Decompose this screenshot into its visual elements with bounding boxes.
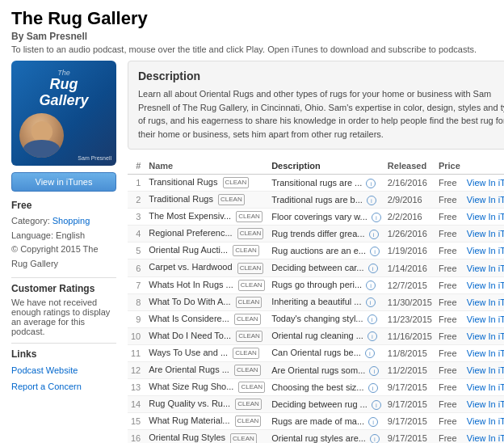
info-icon[interactable]: i: [366, 297, 376, 307]
col-header-released: Released: [384, 158, 435, 175]
info-icon[interactable]: i: [368, 383, 378, 393]
row-action[interactable]: View In iTunes: [464, 413, 504, 430]
row-num: 6: [128, 259, 145, 276]
row-action[interactable]: View In iTunes: [464, 226, 504, 243]
view-itunes-link[interactable]: View In iTunes: [467, 246, 504, 255]
row-released: 9/17/2015: [384, 430, 435, 443]
info-icon[interactable]: i: [367, 196, 376, 205]
category-label: Category:: [11, 216, 50, 226]
view-itunes-link[interactable]: View In iTunes: [467, 178, 504, 188]
view-itunes-link[interactable]: View In iTunes: [467, 195, 504, 205]
row-price: Free: [435, 175, 464, 192]
view-itunes-link[interactable]: View In iTunes: [467, 297, 504, 307]
row-desc: Choosing the best siz... i: [268, 379, 384, 396]
row-action[interactable]: View In iTunes: [464, 344, 504, 361]
sidebar: The Rug Gallery Sam Presnell View in iTu…: [11, 61, 116, 443]
row-action[interactable]: View In iTunes: [464, 175, 504, 192]
clean-badge: CLEAN: [234, 314, 261, 325]
info-icon[interactable]: i: [365, 348, 375, 358]
links-title: Links: [11, 348, 116, 360]
table-row: 9 What Is Considere... CLEAN Today's cha…: [128, 310, 504, 327]
report-concern-link[interactable]: Report a Concern: [11, 379, 116, 395]
info-icon[interactable]: i: [369, 230, 379, 239]
view-itunes-link[interactable]: View In iTunes: [467, 382, 504, 392]
row-action[interactable]: View In iTunes: [464, 243, 504, 259]
row-num: 15: [128, 413, 145, 430]
divider-2: [11, 343, 116, 344]
view-itunes-link[interactable]: View In iTunes: [467, 229, 504, 238]
clean-badge: CLEAN: [218, 194, 245, 205]
table-row: 10 What Do I Need To... CLEAN Oriental r…: [128, 327, 504, 344]
row-num: 16: [128, 430, 145, 443]
info-icon[interactable]: i: [372, 400, 381, 410]
row-price: Free: [435, 276, 464, 293]
row-action[interactable]: View In iTunes: [464, 192, 504, 209]
table-row: 16 Oriental Rug Styles CLEAN Oriental ru…: [128, 430, 504, 443]
table-row: 14 Rug Quality vs. Ru... CLEAN Deciding …: [128, 396, 504, 413]
info-icon[interactable]: i: [366, 179, 376, 188]
row-action[interactable]: View In iTunes: [464, 293, 504, 310]
row-name: What Do I Need To... CLEAN: [145, 327, 268, 344]
row-num: 2: [128, 192, 145, 209]
row-num: 9: [128, 310, 145, 327]
view-itunes-link[interactable]: View In iTunes: [467, 399, 504, 409]
col-header-num: #: [128, 158, 145, 175]
language-label: Language:: [11, 230, 53, 240]
info-icon[interactable]: i: [368, 331, 377, 341]
row-action[interactable]: View In iTunes: [464, 362, 504, 379]
podcast-website-link[interactable]: Podcast Website: [11, 363, 116, 379]
col-header-action: [464, 158, 504, 175]
by-author: By Sam Presnell: [0, 31, 504, 42]
row-action[interactable]: View In iTunes: [464, 209, 504, 226]
row-action[interactable]: View In iTunes: [464, 430, 504, 443]
view-itunes-link[interactable]: View In iTunes: [467, 433, 504, 443]
info-icon[interactable]: i: [368, 314, 377, 324]
view-itunes-link[interactable]: View In iTunes: [467, 314, 504, 324]
row-released: 11/8/2015: [384, 344, 435, 361]
view-itunes-link[interactable]: View In iTunes: [467, 212, 504, 222]
row-num: 4: [128, 226, 145, 243]
copyright-text: © Copyright 2015 The Rug Gallery: [11, 244, 99, 268]
info-icon[interactable]: i: [369, 366, 379, 376]
row-price: Free: [435, 396, 464, 413]
view-itunes-link[interactable]: View In iTunes: [467, 264, 504, 273]
view-itunes-link[interactable]: View In iTunes: [467, 416, 504, 426]
row-action[interactable]: View In iTunes: [464, 327, 504, 344]
row-desc: Deciding between rug ... i: [268, 396, 384, 413]
row-action[interactable]: View In iTunes: [464, 259, 504, 276]
view-in-itunes-button[interactable]: View in iTunes: [11, 172, 116, 192]
row-action[interactable]: View In iTunes: [464, 396, 504, 413]
row-name: Are Oriental Rugs ... CLEAN: [145, 362, 268, 379]
row-name: What To Do With A... CLEAN: [145, 293, 268, 310]
row-desc: Can Oriental rugs be... i: [268, 344, 384, 361]
row-num: 14: [128, 396, 145, 413]
row-price: Free: [435, 327, 464, 344]
info-icon[interactable]: i: [370, 434, 380, 443]
info-icon[interactable]: i: [372, 213, 381, 222]
category-link[interactable]: Shopping: [52, 216, 90, 226]
row-name: Carpet vs. Hardwood CLEAN: [145, 259, 268, 276]
row-name: What Rug Material... CLEAN: [145, 413, 268, 430]
row-price: Free: [435, 379, 464, 396]
row-desc: Deciding between car... i: [268, 259, 384, 276]
info-icon[interactable]: i: [368, 264, 378, 273]
description-text: Learn all about Oriental Rugs and other …: [138, 87, 504, 141]
row-num: 10: [128, 327, 145, 344]
info-icon[interactable]: i: [370, 247, 380, 256]
row-desc: Oriental rug cleaning ... i: [268, 327, 384, 344]
info-icon[interactable]: i: [366, 281, 376, 290]
divider-1: [11, 277, 116, 278]
table-row: 11 Ways To Use and ... CLEAN Can Orienta…: [128, 344, 504, 361]
view-itunes-link[interactable]: View In iTunes: [467, 331, 504, 341]
row-action[interactable]: View In iTunes: [464, 310, 504, 327]
row-action[interactable]: View In iTunes: [464, 276, 504, 293]
info-icon[interactable]: i: [368, 417, 378, 427]
col-header-name: Name: [145, 158, 268, 175]
view-itunes-link[interactable]: View In iTunes: [467, 348, 504, 358]
view-itunes-link[interactable]: View In iTunes: [467, 281, 504, 290]
row-action[interactable]: View In iTunes: [464, 379, 504, 396]
row-name: Rug Quality vs. Ru... CLEAN: [145, 396, 268, 413]
row-price: Free: [435, 344, 464, 361]
view-itunes-link[interactable]: View In iTunes: [467, 365, 504, 375]
row-released: 12/7/2015: [384, 276, 435, 293]
